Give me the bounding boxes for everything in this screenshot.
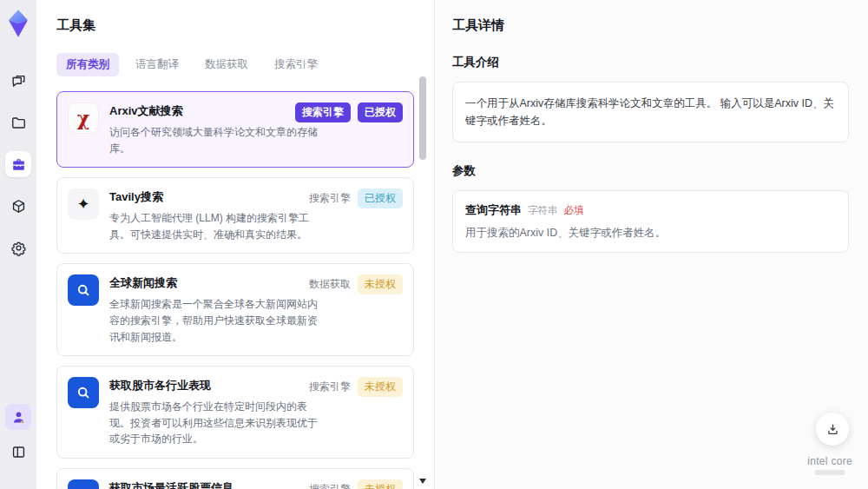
tool-description: 全球新闻搜索是一个聚合全球各大新闻网站内容的搜索引擎，帮助用户快速获取全球最新资…: [109, 296, 319, 345]
sidebar-item-toolbox[interactable]: [5, 151, 31, 177]
arxiv-chi-logo-icon: χ: [68, 102, 99, 134]
tool-card-global-news[interactable]: 全球新闻搜索 全球新闻搜索是一个聚合全球各大新闻网站内容的搜索引擎，帮助用户快速…: [56, 263, 414, 356]
tab-all-categories[interactable]: 所有类别: [56, 53, 119, 76]
tool-description: 提供股票市场各个行业在特定时间段内的表现。投资者可以利用这些信息来识别表现优于或…: [109, 399, 319, 447]
tool-name: 全球新闻搜索: [109, 275, 319, 291]
tool-card-arxiv[interactable]: χ Arxiv文献搜索 访问各个研究领域大量科学论文和文章的存储库。 搜索引擎 …: [56, 91, 414, 168]
tool-badges: 搜索引擎 已授权: [309, 188, 403, 208]
tool-list-panel: 工具集 所有类别 语言翻译 数据获取 搜索引擎 χ Arxiv文献搜索 访问各个…: [36, 0, 434, 489]
tool-name: Tavily搜索: [109, 189, 319, 205]
detail-title: 工具详情: [452, 17, 849, 34]
brand-sub-mark: [815, 470, 845, 475]
tool-card-tavily[interactable]: ✦ Tavily搜索 专为人工智能代理 (LLM) 构建的搜索引擎工具。可快速提…: [56, 177, 414, 254]
sidebar-item-account[interactable]: [5, 404, 31, 430]
page-title: 工具集: [56, 17, 413, 34]
sidebar-rail: [0, 0, 36, 489]
cube-icon: [10, 198, 27, 215]
tool-card-active-stocks[interactable]: 获取市场最活跃股票信息 提供当天交易量最高的股票列表。投资者可以利用这些信息来识…: [56, 468, 414, 489]
category-label: 搜索引擎: [309, 191, 351, 206]
tool-name: 获取市场最活跃股票信息: [109, 480, 319, 489]
tool-badges: 搜索引擎 未授权: [309, 479, 403, 489]
tool-card-list: χ Arxiv文献搜索 访问各个研究领域大量科学论文和文章的存储库。 搜索引擎 …: [56, 91, 414, 489]
panel-toggle-icon: [10, 444, 27, 460]
status-badge: 已授权: [358, 188, 403, 208]
folder-icon: [10, 115, 27, 131]
sidebar-item-files[interactable]: [5, 109, 31, 135]
tool-name: 获取股市各行业表现: [109, 378, 319, 393]
parameter-header: 查询字符串 字符串 必填: [465, 202, 836, 218]
category-badge: 搜索引擎: [295, 102, 351, 122]
user-icon: [10, 409, 27, 426]
settings-gear-icon: [10, 240, 27, 256]
tool-card-sector-performance[interactable]: 获取股市各行业表现 提供股票市场各个行业在特定时间段内的表现。投资者可以利用这些…: [56, 366, 414, 459]
intel-core-logo-text: intel core: [807, 455, 852, 467]
blue-search-icon: [68, 274, 99, 306]
params-heading: 参数: [452, 163, 849, 179]
download-icon: [825, 422, 840, 437]
tool-badges: 搜索引擎 已授权: [295, 102, 403, 122]
intro-heading: 工具介绍: [452, 55, 849, 70]
scrollbar-thumb[interactable]: [419, 76, 426, 160]
tab-search-engine[interactable]: 搜索引擎: [265, 53, 327, 76]
sparkle-star-icon: ✦: [68, 188, 99, 220]
tool-description: 专为人工智能代理 (LLM) 构建的搜索引擎工具。可快速提供实时、准确和真实的结…: [109, 210, 319, 242]
category-label: 搜索引擎: [309, 482, 351, 489]
tool-detail-panel: 工具详情 工具介绍 一个用于从Arxiv存储库搜索科学论文和文章的工具。 输入可…: [434, 0, 868, 489]
category-label: 搜索引擎: [309, 380, 351, 394]
blue-search-icon: [68, 377, 99, 408]
tool-badges: 搜索引擎 未授权: [309, 377, 403, 397]
sidebar-item-chat[interactable]: [5, 68, 31, 94]
download-button[interactable]: [816, 413, 849, 446]
tab-language-translation[interactable]: 语言翻译: [126, 53, 188, 76]
parameter-name: 查询字符串: [465, 202, 522, 218]
sidebar-item-settings[interactable]: [5, 235, 31, 261]
tab-data-fetching[interactable]: 数据获取: [195, 53, 258, 76]
status-badge: 已授权: [358, 102, 403, 122]
intel-core-branding: intel core: [807, 455, 852, 475]
chat-icon: [10, 73, 27, 89]
parameter-type: 字符串: [528, 204, 558, 217]
sidebar-item-models[interactable]: [5, 193, 31, 219]
tool-name: Arxiv文献搜索: [109, 103, 319, 119]
tool-badges: 数据获取 未授权: [309, 274, 403, 294]
parameter-description: 用于搜索的Arxiv ID、关键字或作者姓名。: [465, 226, 836, 241]
toolbox-icon: [10, 156, 27, 173]
list-scrollbar[interactable]: [419, 76, 426, 486]
parameter-card: 查询字符串 字符串 必填 用于搜索的Arxiv ID、关键字或作者姓名。: [452, 190, 849, 253]
blue-search-icon: [68, 479, 99, 489]
category-tabs: 所有类别 语言翻译 数据获取 搜索引擎: [56, 53, 413, 76]
status-badge: 未授权: [358, 479, 403, 489]
intro-text-box: 一个用于从Arxiv存储库搜索科学论文和文章的工具。 输入可以是Arxiv ID…: [452, 82, 849, 142]
scroll-down-arrow-icon[interactable]: [419, 479, 426, 484]
status-badge: 未授权: [358, 377, 403, 397]
category-label: 数据获取: [309, 277, 351, 292]
tool-description: 访问各个研究领域大量科学论文和文章的存储库。: [109, 124, 319, 156]
required-label: 必填: [564, 204, 584, 217]
sidebar-item-collapse[interactable]: [5, 439, 31, 465]
status-badge: 未授权: [358, 274, 403, 294]
app-logo: [5, 9, 31, 38]
